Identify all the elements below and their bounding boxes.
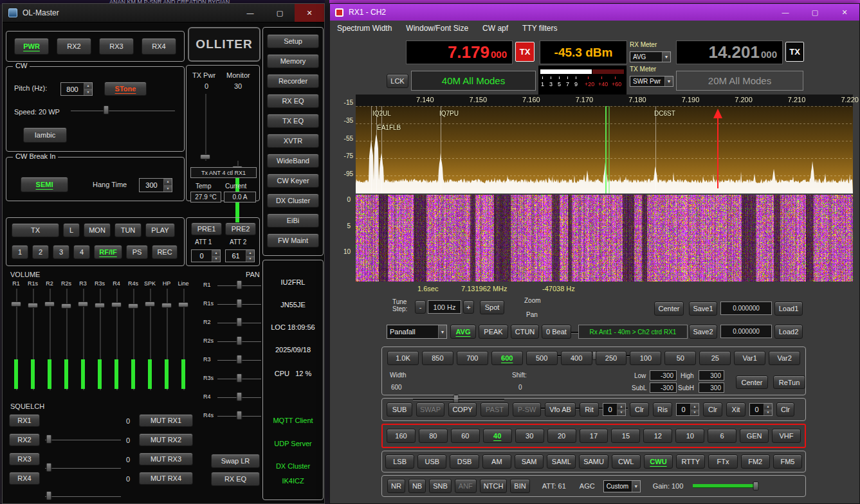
mode-button-am[interactable]: AM — [482, 455, 511, 469]
dsp-button-nb[interactable]: NB — [408, 479, 426, 493]
sub-button[interactable]: SUB — [387, 402, 412, 417]
vfo-a-frequency[interactable]: 7.179 000 — [406, 40, 513, 64]
band-button-60[interactable]: 60 — [451, 429, 480, 443]
dsp-button-anf[interactable]: ANF — [455, 479, 477, 493]
control-button-tx[interactable]: TX — [12, 223, 59, 237]
band-button-10[interactable]: 10 — [675, 429, 704, 443]
station-label[interactable]: DC6ST — [654, 110, 675, 117]
paste-button[interactable]: PAST — [480, 402, 509, 417]
pan-slider-r2s[interactable] — [217, 336, 261, 345]
hang-time-spinner[interactable]: 300 ▲▼ — [139, 178, 172, 192]
pan-slider-r3s[interactable] — [217, 374, 261, 382]
pan-slider-r2[interactable] — [217, 318, 261, 327]
band-button-15[interactable]: 15 — [611, 429, 640, 443]
ris-button[interactable]: Ris — [653, 402, 672, 417]
volume-slider-r3s[interactable] — [94, 289, 105, 390]
side-button-fw-maint[interactable]: FW Maint — [267, 233, 319, 248]
zero-beat-button[interactable]: 0 Beat — [542, 325, 571, 339]
att2-spinner[interactable]: 61 ▲▼ — [225, 249, 255, 262]
pan-slider-r1[interactable] — [217, 280, 261, 289]
mode-button-sam[interactable]: SAM — [515, 455, 544, 469]
save2-frequency-field[interactable]: 0.000000 — [720, 325, 772, 338]
ctun-button[interactable]: CTUN — [511, 325, 539, 339]
spinner-up-icon[interactable]: ▲ — [246, 250, 254, 256]
rit-button[interactable]: Rit — [580, 402, 599, 417]
display-mode-select[interactable]: Panafall▼ — [387, 325, 447, 339]
band-button-80[interactable]: 80 — [419, 429, 448, 443]
tx-meter-select[interactable]: SWR Pwr▼ — [630, 76, 673, 87]
menu-spectrum-width[interactable]: Spectrum Width — [330, 24, 399, 33]
band-button-30[interactable]: 30 — [515, 429, 544, 443]
volume-slider-r2[interactable] — [44, 289, 55, 390]
mode-button-usb[interactable]: USB — [417, 455, 446, 469]
volume-slider-r4s[interactable] — [127, 289, 139, 390]
control-button-3[interactable]: 3 — [53, 245, 69, 259]
band-button-12[interactable]: 12 — [643, 429, 672, 443]
control-button-4[interactable]: 4 — [73, 245, 90, 259]
vfo-b-frequency[interactable]: 14.201 000 — [676, 40, 783, 64]
filter-button-700[interactable]: 700 — [457, 351, 488, 365]
mode-button-rtty[interactable]: RTTY — [676, 455, 705, 469]
save1-frequency-field[interactable]: 0.000000 — [720, 302, 772, 315]
control-button-rec[interactable]: REC — [152, 245, 178, 259]
filter-button-var2[interactable]: Var2 — [769, 351, 800, 365]
spinner-down-icon[interactable]: ▼ — [618, 410, 625, 416]
rx-eq-button[interactable]: RX EQ — [211, 472, 260, 486]
ris-clear-button[interactable]: Clr — [703, 402, 722, 417]
sidetone-button[interactable]: STone — [104, 82, 147, 96]
squelch-rx2-button[interactable]: RX2 — [9, 433, 40, 446]
mute-rx2-button[interactable]: MUT RX2 — [139, 433, 193, 446]
mode-button-fm5[interactable]: FM5 — [773, 455, 802, 469]
squelch-rx2-slider[interactable] — [45, 463, 121, 472]
vfo-ab-button[interactable]: Vfo AB — [545, 402, 576, 417]
rit-spinner[interactable]: 0 ▲▼ — [603, 403, 626, 416]
volume-slider-r1s[interactable] — [27, 289, 39, 390]
volume-slider-r1[interactable] — [10, 289, 22, 390]
tune-step-increase-button[interactable]: + — [463, 300, 474, 314]
peak-button[interactable]: PEAK — [479, 325, 508, 339]
agc-gain-slider[interactable] — [693, 482, 758, 491]
menu-tty-filters[interactable]: TTY filters — [515, 24, 564, 33]
control-button-l[interactable]: L — [63, 223, 80, 237]
mode-button-cwu[interactable]: CWU — [644, 455, 673, 469]
mode-button-saml[interactable]: SAML — [547, 455, 576, 469]
close-icon[interactable]: ✕ — [295, 4, 324, 22]
tune-step-decrease-button[interactable]: - — [415, 300, 426, 314]
control-button-ps[interactable]: PS — [126, 245, 148, 259]
maximize-icon[interactable]: ▢ — [800, 4, 830, 21]
mode-button-samu[interactable]: SAMU — [579, 455, 608, 469]
spinner-up-icon[interactable]: ▲ — [691, 404, 699, 410]
lock-button[interactable]: LCK — [387, 74, 408, 88]
spectrum-canvas[interactable] — [356, 106, 853, 194]
iambic-button[interactable]: Iambic — [23, 127, 67, 143]
spinner-up-icon[interactable]: ▲ — [618, 404, 625, 410]
filter-button-250[interactable]: 250 — [596, 351, 627, 365]
band-button-6[interactable]: 6 — [708, 429, 736, 443]
side-button-dx-cluster[interactable]: DX Cluster — [267, 194, 319, 208]
volume-slider-line[interactable] — [178, 289, 189, 390]
pre2-button[interactable]: PRE2 — [225, 222, 256, 235]
filter-button-50[interactable]: 50 — [664, 351, 696, 365]
spinner-up-icon[interactable]: ▲ — [164, 179, 172, 186]
filter-button-var1[interactable]: Var1 — [734, 351, 765, 365]
agc-mode-select[interactable]: Custom▼ — [603, 480, 641, 492]
sub-high-field[interactable]: 300 — [699, 382, 724, 393]
spinner-down-icon[interactable]: ▼ — [764, 410, 772, 416]
spot-button[interactable]: Spot — [480, 300, 504, 314]
menu-cw-apf[interactable]: CW apf — [475, 24, 515, 33]
load2-button[interactable]: Load2 — [774, 325, 803, 339]
squelch-rx4-button[interactable]: RX4 — [9, 472, 40, 485]
pan-slider-r3[interactable] — [217, 355, 261, 364]
semi-button[interactable]: SEMI — [21, 177, 68, 192]
xit-spinner[interactable]: 0 ▲▼ — [749, 403, 773, 416]
rx-meter-select[interactable]: AVG▼ — [630, 51, 671, 62]
mode-button-fm2[interactable]: FM2 — [741, 455, 770, 469]
band-button-vhf[interactable]: VHF — [772, 429, 801, 443]
ol-master-titlebar[interactable]: OL-Master — ▢ ✕ — [3, 4, 324, 22]
spinner-up-icon[interactable]: ▲ — [84, 83, 92, 89]
band-button-20[interactable]: 20 — [547, 429, 576, 443]
band-button-gen[interactable]: GEN — [740, 429, 769, 443]
side-button-eibi[interactable]: EiBi — [267, 213, 319, 228]
side-button-recorder[interactable]: Recorder — [267, 74, 319, 88]
spinner-down-icon[interactable]: ▼ — [164, 186, 172, 192]
